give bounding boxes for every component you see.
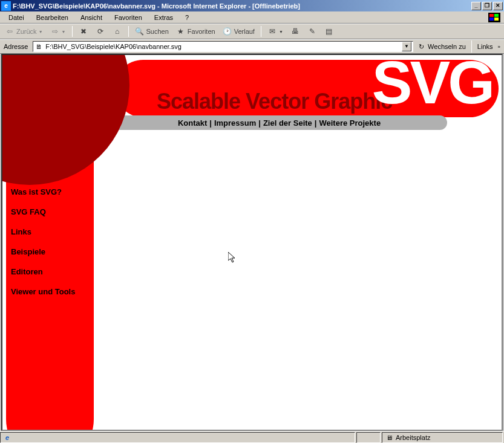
minimize-button[interactable]: _ [471, 2, 481, 10]
address-input[interactable]: 🗎 F:\BHV_SVG\Beispiele\KAP06\navbanner.s… [33, 41, 413, 52]
back-arrow-icon: ⇦ [5, 27, 15, 36]
go-button[interactable]: ↻ Wechseln zu [417, 42, 466, 51]
back-button[interactable]: ⇦ Zurück ▼ [2, 25, 45, 37]
sidebar-item-beispiele[interactable]: Beispiele [11, 247, 94, 256]
zone-icon: 🖥 [385, 433, 393, 442]
chevron-down-icon: ▼ [39, 30, 43, 34]
status-cell [356, 432, 381, 443]
address-dropdown-button[interactable]: ▼ [402, 42, 411, 51]
banner-subtitle: Scalable Vector Graphic [157, 89, 392, 114]
status-zone-text: Arbeitsplatz [396, 434, 430, 441]
favorites-button[interactable]: ★ Favoriten [174, 25, 218, 37]
go-label: Wechseln zu [428, 43, 466, 50]
stop-button[interactable]: ✖ [76, 25, 91, 37]
file-icon: 🗎 [34, 42, 43, 51]
svg-document: Scalable Vector Graphic SVG Kontakt | Im… [2, 55, 502, 430]
home-button[interactable]: ⌂ [110, 25, 125, 37]
sidebar-item-viewer-tools[interactable]: Viewer und Tools [11, 287, 94, 296]
window-titlebar: e F:\BHV_SVG\Beispiele\KAP06\navbanner.s… [0, 0, 504, 11]
browser-viewport: Scalable Vector Graphic SVG Kontakt | Im… [1, 54, 503, 431]
back-label: Zurück [16, 28, 37, 35]
toolbar-separator [72, 26, 73, 37]
edit-icon: ✎ [307, 27, 317, 36]
ie-status-icon: e [3, 433, 11, 442]
chevron-down-icon: ▼ [62, 30, 66, 34]
search-button[interactable]: 🔍 Suchen [133, 25, 171, 37]
refresh-icon: ⟳ [96, 27, 105, 36]
nav-separator: | [315, 118, 317, 128]
sidebar-item-was-ist-svg[interactable]: Was ist SVG? [11, 187, 94, 196]
separator [471, 40, 472, 53]
sidebar-item-editoren[interactable]: Editoren [11, 267, 94, 276]
menu-bar: Datei Bearbeiten Ansicht Favoriten Extra… [0, 11, 504, 24]
nav-projekte[interactable]: Weitere Projekte [319, 118, 381, 128]
banner-logo-text: SVG [372, 54, 493, 112]
menu-bearbeiten[interactable]: Bearbeiten [31, 13, 73, 22]
home-icon: ⌂ [113, 27, 122, 36]
maximize-button[interactable]: ❐ [482, 2, 492, 10]
toolbar-separator [128, 26, 129, 37]
nav-impressum[interactable]: Impressum [214, 118, 256, 128]
go-icon: ↻ [417, 42, 425, 51]
forward-arrow-icon: ⇨ [50, 27, 60, 36]
print-icon: 🖶 [290, 27, 300, 36]
menu-favoriten[interactable]: Favoriten [110, 13, 147, 22]
svg-rect-0 [489, 14, 494, 17]
horizontal-nav: Kontakt | Impressum | Ziel der Seite | W… [111, 115, 447, 130]
nav-separator: | [258, 118, 261, 128]
menu-hilfe[interactable]: ? [180, 13, 194, 22]
status-bar: e 🖥 Arbeitsplatz [0, 431, 504, 443]
mouse-cursor-icon [228, 252, 238, 267]
svg-rect-2 [489, 18, 494, 21]
mail-icon: ✉ [267, 27, 277, 36]
menu-extras[interactable]: Extras [149, 13, 178, 22]
refresh-button[interactable]: ⟳ [93, 25, 108, 37]
status-main-cell: e [0, 432, 355, 443]
menu-datei[interactable]: Datei [4, 13, 29, 22]
discuss-icon: ▤ [324, 27, 334, 36]
chevron-down-icon: ▼ [279, 30, 283, 34]
search-icon: 🔍 [135, 27, 145, 36]
history-icon: 🕑 [223, 27, 232, 36]
discuss-button[interactable]: ▤ [322, 25, 336, 37]
toolbar-separator [261, 26, 261, 37]
address-value: F:\BHV_SVG\Beispiele\KAP06\navbanner.svg [45, 43, 181, 50]
history-button[interactable]: 🕑 Verlauf [220, 25, 257, 37]
ie-app-icon: e [1, 1, 11, 11]
windows-flag-icon [488, 13, 500, 22]
edit-button[interactable]: ✎ [305, 25, 319, 37]
sidebar-item-svg-faq[interactable]: SVG FAQ [11, 207, 94, 216]
svg-rect-3 [494, 18, 499, 21]
favorites-label: Favoriten [188, 28, 215, 35]
menu-ansicht[interactable]: Ansicht [76, 13, 107, 22]
close-button[interactable]: ✕ [493, 2, 503, 10]
print-button[interactable]: 🖶 [288, 25, 303, 37]
decorative-circle [1, 54, 129, 185]
window-title: F:\BHV_SVG\Beispiele\KAP06\navbanner.svg… [13, 2, 471, 10]
svg-rect-1 [494, 14, 499, 17]
address-bar: Adresse 🗎 F:\BHV_SVG\Beispiele\KAP06\nav… [0, 39, 504, 54]
nav-ziel[interactable]: Ziel der Seite [263, 118, 312, 128]
stop-icon: ✖ [79, 27, 88, 36]
mail-button[interactable]: ✉ ▼ [265, 25, 286, 37]
links-label[interactable]: Links [477, 43, 493, 50]
favorites-icon: ★ [176, 27, 186, 36]
sidebar-item-links[interactable]: Links [11, 227, 94, 236]
status-zone-cell: 🖥 Arbeitsplatz [382, 432, 503, 443]
history-label: Verlauf [234, 28, 255, 35]
toolbar: ⇦ Zurück ▼ ⇨ ▼ ✖ ⟳ ⌂ 🔍 Suchen ★ Favorite… [0, 24, 504, 39]
nav-separator: | [209, 118, 212, 128]
address-label: Adresse [2, 43, 29, 50]
forward-button[interactable]: ⇨ ▼ [48, 25, 68, 37]
search-label: Suchen [146, 28, 169, 35]
links-chevron-icon[interactable]: » [498, 44, 500, 50]
nav-kontakt[interactable]: Kontakt [178, 118, 207, 128]
